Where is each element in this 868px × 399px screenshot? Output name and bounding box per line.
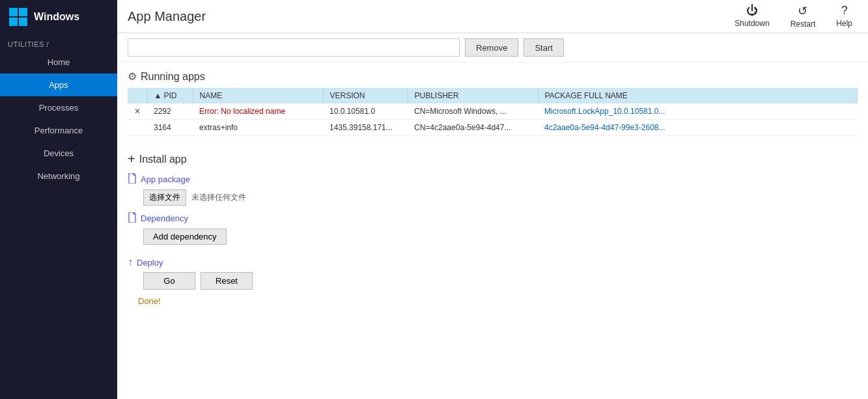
restart-icon: ↺	[798, 4, 807, 18]
col-version[interactable]: VERSION	[323, 88, 408, 103]
deploy-label: ↑ Deploy	[128, 256, 858, 268]
install-app-header: + Install app	[128, 144, 858, 173]
install-app-plus-icon: +	[128, 152, 135, 167]
app-package-file-icon	[128, 173, 137, 186]
shutdown-button[interactable]: ⏻ Shutdown	[729, 3, 774, 30]
app-package-subsection: App package 选择文件 未选择任何文件	[128, 173, 858, 206]
table-row: ✕2292Error: No localized name10.0.10581.…	[128, 103, 858, 120]
table-header-row: ▲ PID NAME VERSION PUBLISHER PACKAGE FUL…	[128, 88, 858, 103]
help-button[interactable]: ? Help	[831, 3, 858, 30]
sidebar-item-apps[interactable]: Apps	[0, 74, 117, 96]
cell-pfn: 4c2aae0a-5e94-4d47-99e3-2608...	[538, 120, 858, 136]
main-content: App Manager ⏻ Shutdown ↺ Restart ? Help …	[117, 0, 868, 399]
cell-name: extras+info	[193, 120, 323, 136]
cell-version: 1435.39158.171...	[323, 120, 408, 136]
cell-publisher: CN=Microsoft Windows, ...	[408, 103, 538, 120]
go-button[interactable]: Go	[143, 272, 195, 290]
cell-publisher: CN=4c2aae0a-5e94-4d47...	[408, 120, 538, 136]
install-app-section: + Install app App package 选择文件 未选择任	[117, 136, 868, 314]
sort-arrow-icon: ▲	[154, 91, 162, 100]
cell-pfn: Microsoft.LockApp_10.0.10581.0...	[538, 103, 858, 120]
sidebar-logo-text: Windows	[34, 11, 79, 23]
cell-pid: 2292	[147, 103, 193, 120]
help-label: Help	[836, 19, 852, 28]
svg-rect-0	[9, 8, 18, 16]
app-package-text: App package	[141, 174, 190, 184]
svg-rect-2	[9, 18, 18, 26]
choose-file-button[interactable]: 选择文件	[143, 189, 186, 206]
dependency-subsection: Dependency Add dependency	[128, 212, 858, 250]
cell-name: Error: No localized name	[193, 103, 323, 120]
topbar: App Manager ⏻ Shutdown ↺ Restart ? Help	[117, 0, 868, 33]
topbar-actions: ⏻ Shutdown ↺ Restart ? Help	[729, 3, 858, 30]
app-package-file-row: 选择文件 未选择任何文件	[128, 189, 858, 206]
restart-label: Restart	[791, 20, 816, 29]
add-dependency-button[interactable]: Add dependency	[143, 228, 227, 245]
sidebar-logo: Windows	[0, 0, 117, 34]
start-button[interactable]: Start	[524, 38, 563, 57]
deploy-subsection: ↑ Deploy Go Reset	[128, 256, 858, 290]
no-file-text: 未选择任何文件	[191, 192, 246, 203]
running-apps-title: Running apps	[141, 71, 205, 83]
page-title: App Manager	[128, 9, 206, 24]
action-bar: Remove Start	[117, 33, 868, 62]
install-app-title: Install app	[139, 154, 187, 165]
content-area: Remove Start ⚙ Running apps ▲ PID NAME	[117, 33, 868, 399]
remove-button[interactable]: Remove	[465, 38, 518, 57]
remove-icon-cell	[128, 120, 147, 136]
table-row: 3164extras+info1435.39158.171...CN=4c2aa…	[128, 120, 858, 136]
col-pfn[interactable]: PACKAGE FULL NAME	[538, 88, 858, 103]
dependency-file-icon	[128, 212, 137, 225]
help-icon: ?	[841, 4, 848, 18]
app-package-label: App package	[128, 173, 858, 186]
col-name[interactable]: NAME	[193, 88, 323, 103]
col-pid[interactable]: ▲ PID	[147, 88, 193, 103]
cell-pid: 3164	[147, 120, 193, 136]
sidebar: Windows UTILITIES / Home Apps Processes …	[0, 0, 117, 399]
sidebar-item-performance[interactable]: Performance	[0, 119, 117, 142]
running-apps-header: ⚙ Running apps	[117, 62, 868, 88]
done-text: Done!	[128, 296, 858, 306]
sidebar-item-networking[interactable]: Networking	[0, 165, 117, 187]
remove-icon-cell[interactable]: ✕	[128, 103, 147, 120]
shutdown-icon: ⏻	[746, 4, 758, 18]
svg-rect-3	[19, 18, 27, 26]
app-name-input[interactable]	[128, 38, 460, 57]
dependency-text: Dependency	[141, 213, 188, 223]
svg-rect-1	[19, 8, 27, 16]
deploy-arrow-icon: ↑	[128, 256, 133, 268]
shutdown-label: Shutdown	[735, 19, 769, 28]
dependency-label: Dependency	[128, 212, 858, 225]
sidebar-item-home[interactable]: Home	[0, 51, 117, 74]
running-apps-table: ▲ PID NAME VERSION PUBLISHER PACKAGE FUL…	[128, 88, 858, 136]
sidebar-item-devices[interactable]: Devices	[0, 142, 117, 165]
col-publisher[interactable]: PUBLISHER	[408, 88, 538, 103]
sidebar-item-processes[interactable]: Processes	[0, 96, 117, 119]
deploy-buttons: Go Reset	[143, 272, 858, 290]
restart-button[interactable]: ↺ Restart	[785, 3, 821, 30]
deploy-text: Deploy	[137, 258, 163, 268]
running-apps-icon: ⚙	[128, 70, 137, 83]
sidebar-section-label: UTILITIES /	[0, 34, 117, 51]
cell-version: 10.0.10581.0	[323, 103, 408, 120]
windows-logo-icon	[8, 7, 29, 27]
reset-button[interactable]: Reset	[201, 272, 253, 290]
col-remove	[128, 88, 147, 103]
